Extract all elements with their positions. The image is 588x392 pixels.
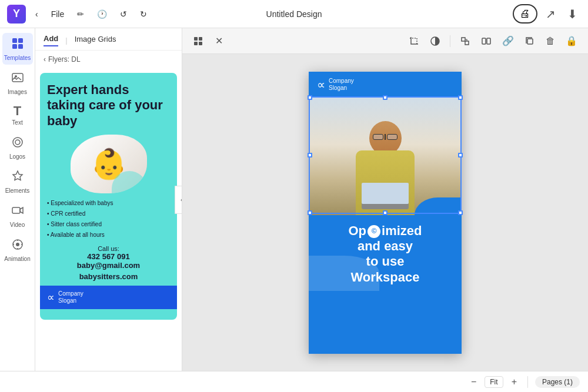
svg-point-5 [15, 75, 17, 78]
bullet-1: Especialized with babys [47, 198, 170, 209]
svg-point-6 [13, 138, 22, 147]
flyer-baby: Expert hands taking care of your baby 👶 … [40, 73, 177, 320]
svg-point-10 [16, 243, 19, 246]
template-card-babysitter[interactable]: Expert hands taking care of your baby 👶 … [40, 73, 177, 320]
sidebar-label-images: Images [8, 89, 27, 95]
flyer-baby-contact: Call us: 432 567 091 baby@gmail.com [47, 245, 170, 270]
pen-tool-button[interactable]: ✏ [72, 7, 89, 21]
svg-rect-11 [194, 37, 198, 41]
contrast-button[interactable] [426, 33, 444, 49]
sidebar-item-logos[interactable]: Logos [2, 132, 33, 163]
flyer-baby-title: Expert hands taking care of your baby [47, 82, 170, 129]
top-bar-right: 🖨 ↗ ⬇ [513, 4, 581, 24]
text-icon: T [14, 105, 21, 118]
bullet-2: CPR certified [47, 209, 170, 219]
panel-breadcrumb[interactable]: ‹ Flyers: DL [35, 51, 182, 68]
sidebar-label-elements: Elements [5, 187, 30, 194]
zoom-out-button[interactable]: − [467, 376, 480, 388]
images-icon [11, 71, 25, 87]
ws-tagline: Op©imized and easy to use Workspace [318, 223, 452, 286]
zoom-in-button[interactable]: + [508, 376, 520, 388]
undo-button[interactable]: ↺ [115, 7, 132, 21]
toolbar-right-tools: 🔗 🗑 🔒 [405, 33, 581, 49]
svg-rect-14 [199, 42, 202, 45]
workspace-flyer: ∝ Company Slogan [309, 72, 462, 354]
panel-content: Expert hands taking care of your baby 👶 … [35, 68, 182, 371]
flyer-baby-website: babysitters.com [47, 272, 170, 281]
animation-icon [11, 237, 25, 254]
svg-rect-3 [18, 44, 23, 49]
flyer-baby-bullets: Especialized with babys CPR certified Si… [47, 198, 170, 240]
breadcrumb-label: Flyers: DL [48, 55, 81, 63]
tab-add[interactable]: Add [44, 34, 58, 46]
design-canvas: ∝ Company Slogan [309, 72, 462, 354]
crop-button[interactable] [405, 33, 423, 49]
download-button[interactable]: ⬇ [564, 5, 581, 24]
print-button[interactable]: 🖨 [513, 4, 537, 24]
person-laptop [362, 183, 409, 209]
flip-button[interactable] [477, 33, 495, 49]
document-title: Untitled Design [266, 9, 322, 19]
svg-rect-20 [527, 39, 533, 44]
resize-button[interactable] [456, 33, 474, 49]
close-tool-button[interactable]: ✕ [212, 33, 226, 49]
main-area: Templates Images T Text [0, 28, 588, 371]
sidebar-icons: Templates Images T Text [0, 28, 35, 371]
bullet-4: Available at all hours [47, 230, 170, 240]
sidebar-label-text: Text [12, 119, 22, 126]
ws-tagline-icon: © [368, 225, 380, 238]
baby-photo: 👶 [71, 135, 147, 193]
panel-collapse-button[interactable]: ‹ [175, 186, 182, 214]
share-button[interactable]: ↗ [542, 5, 559, 24]
svg-rect-13 [194, 42, 198, 45]
bottom-bar: − Fit + Pages (1) [0, 371, 588, 392]
tab-image-grids[interactable]: Image Grids [75, 35, 116, 46]
pages-badge[interactable]: Pages (1) [535, 376, 580, 388]
sidebar-item-text[interactable]: T Text [2, 101, 33, 129]
svg-rect-0 [12, 38, 17, 43]
ws-person [356, 115, 415, 215]
elements-icon [11, 169, 25, 186]
ws-logo-icon: ∝ [317, 78, 325, 92]
svg-rect-12 [199, 37, 202, 41]
templates-panel: Add | Image Grids ‹ Flyers: DL Expert ha… [35, 28, 182, 371]
copy-button[interactable] [521, 33, 539, 49]
app-logo: Y [7, 5, 26, 24]
zoom-fit-button[interactable]: Fit [485, 376, 503, 388]
canvas-toolbar: ✕ [182, 28, 588, 54]
top-bar: Y ‹ File ✏ 🕐 ↺ ↻ Untitled Design 🖨 ↗ ⬇ [0, 0, 588, 28]
sidebar-item-templates[interactable]: Templates [2, 33, 33, 65]
ws-logo-text: Company Slogan [329, 78, 354, 92]
redo-button[interactable]: ↻ [135, 7, 152, 21]
svg-rect-19 [487, 38, 490, 44]
svg-rect-8 [12, 207, 20, 213]
templates-icon [11, 36, 25, 53]
top-nav: ‹ File ✏ 🕐 ↺ ↻ [31, 7, 152, 21]
back-button[interactable]: ‹ [31, 7, 43, 21]
logos-icon [11, 135, 25, 152]
sidebar-item-images[interactable]: Images [2, 67, 33, 99]
canvas-area: ✕ [182, 28, 588, 371]
ws-bottom: Op©imized and easy to use Workspace [309, 215, 462, 292]
grid-tool-button[interactable] [189, 33, 207, 49]
svg-rect-18 [482, 38, 486, 44]
svg-point-7 [15, 140, 20, 145]
link-button[interactable]: 🔗 [499, 33, 517, 49]
breadcrumb-icon: ‹ [44, 55, 46, 63]
svg-rect-16 [462, 38, 465, 41]
flyer-logo-text: Company Slogan [58, 290, 83, 304]
bottom-divider [527, 376, 528, 388]
canvas-workspace[interactable]: ∝ Company Slogan [182, 54, 588, 371]
lock-button[interactable]: 🔒 [562, 33, 581, 49]
sidebar-label-animation: Animation [4, 256, 30, 262]
file-menu[interactable]: File [46, 7, 69, 21]
sidebar-item-animation[interactable]: Animation [2, 234, 33, 266]
sidebar-item-elements[interactable]: Elements [2, 166, 33, 197]
toolbar-divider [450, 35, 450, 47]
sidebar-label-logos: Logos [9, 153, 25, 160]
person-glasses [373, 134, 397, 140]
delete-button[interactable]: 🗑 [542, 33, 559, 49]
ws-header: ∝ Company Slogan [309, 72, 462, 98]
sidebar-item-video[interactable]: Video [2, 200, 33, 232]
history-button[interactable]: 🕐 [92, 7, 112, 21]
